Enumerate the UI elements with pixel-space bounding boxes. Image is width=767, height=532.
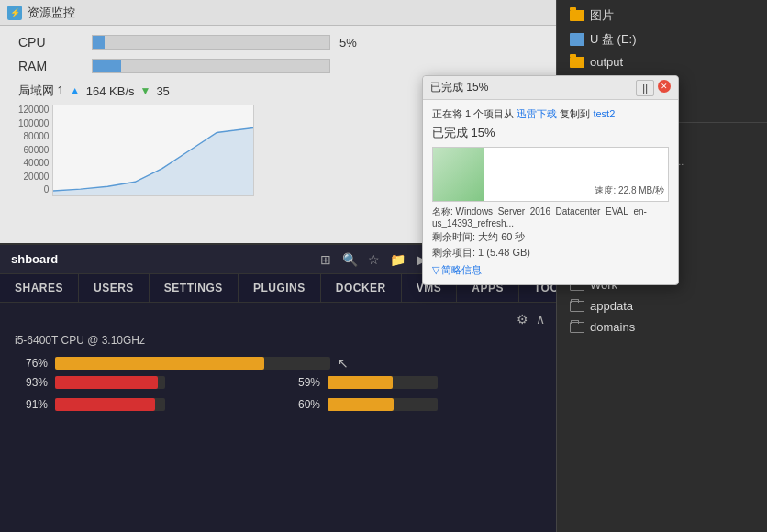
- dl-source-dest: 复制到: [560, 108, 593, 119]
- dl-window-controls: || ✕: [636, 80, 671, 96]
- cpu-bar-track: [92, 35, 330, 50]
- bar-track-2: [55, 398, 165, 411]
- appdata-folder-icon: [570, 301, 584, 312]
- cpu-row: CPU 5%: [18, 35, 541, 50]
- cpu-pct: 5%: [339, 36, 376, 50]
- download-speed: 35: [156, 84, 169, 98]
- search-icon[interactable]: 🔍: [341, 251, 358, 268]
- chart-canvas: [52, 105, 254, 196]
- fm-item-picture[interactable]: 图片: [564, 4, 760, 28]
- res-titlebar: ⚡ 资源监控: [0, 0, 560, 26]
- chart-y-axis: 120000 100000 80000 60000 40000 20000 0: [18, 105, 52, 196]
- bar-track-3: [328, 376, 438, 389]
- dl-progress-fill: [433, 148, 484, 201]
- dl-time-remain: 剩余时间: 大约 60 秒: [432, 230, 669, 244]
- bar-pct-1: 93%: [15, 376, 48, 389]
- upload-speed: 164 KB/s: [86, 84, 135, 98]
- bar-row-1: 93%: [15, 376, 272, 389]
- svg-marker-0: [53, 128, 253, 196]
- dl-pct-label: 已完成 15%: [432, 125, 669, 141]
- dl-progress-area: 速度: 22.8 MB/秒: [432, 147, 669, 202]
- folder-icon[interactable]: 📁: [389, 251, 406, 268]
- nav-docker[interactable]: DOCKER: [321, 274, 402, 302]
- dl-titlebar: 已完成 15% || ✕: [423, 76, 678, 100]
- dl-items-remain: 剩余项目: 1 (5.48 GB): [432, 246, 669, 260]
- nav-users[interactable]: USERS: [79, 274, 150, 302]
- content-gear-icon[interactable]: ⚙: [517, 312, 528, 327]
- dl-source-link[interactable]: 迅雷下载: [517, 108, 557, 119]
- dl-title: 已完成 15%: [430, 80, 488, 95]
- dash-settings-row: ⚙ ∧: [15, 312, 545, 327]
- fm-label-picture: 图片: [590, 7, 614, 24]
- ram-row: RAM: [18, 59, 541, 73]
- dl-close-btn[interactable]: ✕: [658, 80, 671, 93]
- dl-speed-label: 速度: 22.8 MB/秒: [595, 184, 664, 197]
- nav-plugins[interactable]: PLUGINS: [239, 274, 321, 302]
- dl-dest-link[interactable]: test2: [593, 108, 615, 119]
- nav-shares[interactable]: SHARES: [0, 274, 79, 302]
- bar-track-0: [55, 357, 330, 370]
- udisk-icon: [570, 33, 584, 46]
- picture-folder-icon: [570, 10, 584, 21]
- bar-fill-3: [328, 376, 393, 389]
- bar-track-4: [328, 398, 438, 411]
- dash-content: ⚙ ∧ i5-6400T CPU @ 3.10GHz 76% ↖ 93% 59%: [0, 303, 560, 426]
- star-icon[interactable]: ☆: [365, 251, 382, 268]
- dl-pause-btn[interactable]: ||: [636, 80, 654, 96]
- bar-row-0: 76% ↖: [15, 356, 545, 371]
- ram-bar-fill: [93, 60, 121, 72]
- bar-pct-3: 59%: [287, 376, 320, 389]
- fm-item-output[interactable]: output: [564, 51, 760, 72]
- dash-brand: shboard: [11, 252, 58, 266]
- output-folder-icon: [570, 57, 584, 68]
- ram-label: RAM: [18, 59, 83, 73]
- bar-pct-0: 76%: [15, 357, 48, 370]
- bar-row-3: 59%: [287, 376, 545, 389]
- ram-bar-track: [92, 59, 330, 73]
- upload-arrow-icon: ▲: [70, 84, 81, 97]
- fm-share-domains[interactable]: domains: [564, 316, 760, 338]
- cpu-label: CPU: [18, 35, 83, 50]
- bar-fill-0: [55, 357, 264, 370]
- dl-toggle-chevron-icon: ▽: [432, 264, 439, 276]
- bar-fill-2: [55, 398, 155, 411]
- bar-row-4: 60%: [287, 398, 545, 411]
- download-arrow-icon: ▼: [140, 84, 151, 97]
- download-dialog: 已完成 15% || ✕ 正在将 1 个项目从 迅雷下载 复制到 test2 已…: [422, 75, 679, 285]
- dl-toggle[interactable]: ▽ 简略信息: [432, 263, 669, 277]
- domains-folder-icon: [570, 322, 584, 333]
- fm-label-output: output: [590, 55, 623, 69]
- fm-label-udisk: U 盘 (E:): [590, 31, 637, 48]
- dashboard-panel: shboard ⊞ 🔍 ☆ 📁 ▶ 📄 📕 ⚙ 🌐 ⋮ SHARES USERS…: [0, 243, 560, 532]
- fm-label-appdata: appdata: [590, 299, 633, 313]
- bar-row-2: 91%: [15, 398, 272, 411]
- bar-track-1: [55, 376, 165, 389]
- dl-source-text: 正在将 1 个项目从: [432, 108, 517, 119]
- cpu-title: i5-6400T CPU @ 3.10GHz: [15, 334, 545, 347]
- dl-source-line: 正在将 1 个项目从 迅雷下载 复制到 test2: [432, 107, 669, 121]
- bars-grid: 93% 59% 91% 60%: [15, 376, 545, 416]
- grid-icon[interactable]: ⊞: [317, 251, 334, 268]
- bar-fill-1: [55, 376, 158, 389]
- fm-share-appdata[interactable]: appdata: [564, 295, 760, 316]
- content-chevron-icon[interactable]: ∧: [536, 312, 545, 327]
- res-title-text: 资源监控: [28, 5, 75, 21]
- fm-item-udisk[interactable]: U 盘 (E:): [564, 28, 760, 51]
- dl-filename: 名称: Windows_Server_2016_Datacenter_EVAL_…: [432, 205, 669, 228]
- res-monitor-icon: ⚡: [7, 6, 22, 20]
- dl-toggle-label: 简略信息: [441, 263, 482, 277]
- bar-fill-4: [328, 398, 394, 411]
- cpu-bar-fill: [93, 36, 105, 49]
- bar-pct-4: 60%: [287, 398, 320, 411]
- nav-settings[interactable]: SETTINGS: [150, 274, 239, 302]
- cursor-icon: ↖: [338, 356, 349, 371]
- dl-body: 正在将 1 个项目从 迅雷下载 复制到 test2 已完成 15% 速度: 22…: [423, 100, 678, 284]
- bar-pct-2: 91%: [15, 398, 48, 411]
- fm-label-domains: domains: [590, 320, 635, 334]
- chart-svg: [53, 105, 253, 195]
- network-label: 局域网 1: [18, 83, 64, 99]
